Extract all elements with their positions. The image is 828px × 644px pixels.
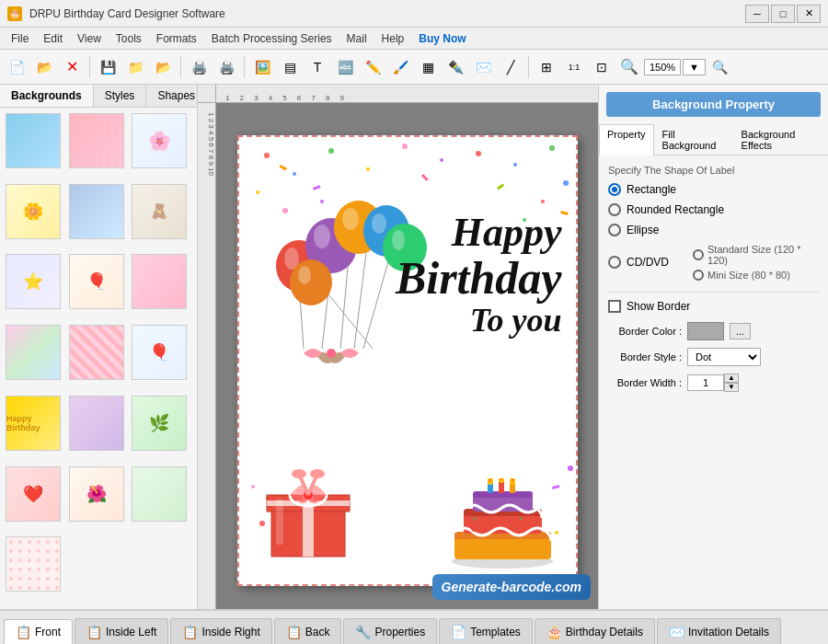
- border-color-browse-button[interactable]: ...: [730, 323, 751, 339]
- actual-size-button[interactable]: 1:1: [561, 54, 587, 80]
- app-icon: 🎂: [7, 6, 22, 21]
- menu-buynow[interactable]: Buy Now: [411, 30, 473, 47]
- radio-ellipse[interactable]: [608, 224, 621, 236]
- radio-standard-size[interactable]: [693, 249, 704, 260]
- folder-button[interactable]: 📂: [150, 54, 176, 80]
- bg-thumb-1[interactable]: [6, 113, 61, 168]
- canvas-area[interactable]: 1 2 3 4 5 6 7 8 9 1 2 3 4 5 6 7 8 9 10: [198, 85, 598, 609]
- tab-front[interactable]: 📋 Front: [4, 619, 73, 644]
- tab-backgrounds[interactable]: Backgrounds: [0, 85, 94, 107]
- save-button[interactable]: 💾: [95, 54, 121, 80]
- border-style-select[interactable]: Dot Solid Dash DashDot: [687, 348, 761, 366]
- tab-fill-background[interactable]: Fill Background: [654, 124, 733, 155]
- bg-thumb-19[interactable]: [6, 536, 61, 592]
- bg-thumb-5[interactable]: [69, 184, 124, 239]
- tab-invitation-details[interactable]: ✉️ Invitation Details: [657, 618, 781, 644]
- text2-button[interactable]: 🔤: [332, 54, 358, 80]
- menu-batch[interactable]: Batch Processing Series: [204, 30, 339, 47]
- radio-mini-size[interactable]: [693, 270, 704, 281]
- barcode-button[interactable]: ▤: [277, 54, 303, 80]
- bg-thumb-7[interactable]: ⭐: [6, 254, 61, 309]
- back-tab-label: Back: [305, 626, 330, 638]
- spinner-down[interactable]: ▼: [724, 383, 739, 392]
- tab-inside-right[interactable]: 📋 Inside Right: [170, 618, 271, 644]
- tab-inside-left[interactable]: 📋 Inside Left: [75, 618, 168, 644]
- bg-thumb-6[interactable]: 🧸: [132, 184, 187, 239]
- zoom-out-button[interactable]: 🔍: [707, 54, 733, 80]
- bg-thumb-2[interactable]: [69, 113, 124, 168]
- bg-thumb-14[interactable]: [69, 396, 124, 451]
- bg-thumb-10[interactable]: [6, 325, 61, 380]
- svg-point-13: [541, 200, 545, 203]
- print2-button[interactable]: 🖨️: [213, 54, 239, 80]
- grid-button[interactable]: ⊞: [534, 54, 559, 80]
- checkbox-show-border[interactable]: [608, 300, 621, 313]
- radio-rectangle[interactable]: [608, 183, 621, 196]
- tab-background-effects[interactable]: Background Effects: [733, 124, 828, 155]
- tab-templates[interactable]: 📄 Templates: [439, 618, 533, 644]
- bottom-tab-bar: 📋 Front 📋 Inside Left 📋 Inside Right 📋 B…: [0, 609, 828, 644]
- tab-birthday-details[interactable]: 🎂 Birthday Details: [535, 618, 655, 644]
- bg-thumb-12[interactable]: 🎈: [132, 325, 187, 380]
- zoom-in-button[interactable]: 🔍: [616, 54, 642, 80]
- bg-thumb-3[interactable]: 🌸: [132, 113, 187, 168]
- svg-point-77: [470, 521, 479, 532]
- bg-thumb-15[interactable]: 🌿: [132, 396, 187, 451]
- menu-tools[interactable]: Tools: [109, 30, 149, 47]
- border-style-row: Border Style : Dot Solid Dash DashDot: [608, 348, 819, 366]
- tab-back[interactable]: 📋 Back: [274, 618, 342, 644]
- qr-button[interactable]: ▦: [415, 54, 441, 80]
- border-width-input[interactable]: [687, 374, 724, 391]
- menu-mail[interactable]: Mail: [339, 30, 374, 47]
- zoom-dropdown[interactable]: ▼: [683, 59, 706, 75]
- ruler-top: 1 2 3 4 5 6 7 8 9: [216, 85, 598, 103]
- pen-button[interactable]: ✏️: [360, 54, 385, 80]
- brush-button[interactable]: 🖌️: [387, 54, 413, 80]
- label-show-border: Show Border: [627, 300, 690, 313]
- bg-thumb-11[interactable]: [69, 325, 124, 380]
- radio-row-rectangle: Rectangle: [608, 183, 819, 196]
- svg-line-33: [363, 252, 391, 349]
- close-doc-button[interactable]: ✕: [59, 54, 85, 80]
- border-color-row: Border Color : ...: [608, 322, 819, 340]
- new-button[interactable]: 📄: [4, 54, 29, 80]
- svg-point-45: [290, 259, 332, 305]
- signature-button[interactable]: ✒️: [443, 54, 468, 80]
- maximize-button[interactable]: □: [771, 5, 795, 23]
- tab-property[interactable]: Property: [599, 124, 654, 155]
- spinner-up[interactable]: ▲: [724, 374, 739, 383]
- menu-help[interactable]: Help: [374, 30, 412, 47]
- bg-thumb-13[interactable]: Happy Birthday: [6, 396, 61, 451]
- open-button[interactable]: 📂: [31, 54, 57, 80]
- menu-edit[interactable]: Edit: [36, 30, 70, 47]
- bg-thumb-8[interactable]: 🎈: [69, 254, 124, 309]
- image-button[interactable]: 🖼️: [249, 54, 275, 80]
- cd-size-options: Standard Size (120 * 120) Mini Size (80 …: [693, 244, 819, 281]
- bg-thumb-18[interactable]: [132, 466, 187, 522]
- inside-left-tab-label: Inside Left: [106, 626, 156, 638]
- tab-properties[interactable]: 🔧 Properties: [343, 618, 437, 644]
- menu-view[interactable]: View: [70, 30, 109, 47]
- inside-left-tab-icon: 📋: [86, 625, 102, 639]
- bg-thumb-16[interactable]: ❤️: [6, 466, 61, 522]
- border-width-row: Border Width : ▲ ▼: [608, 374, 819, 392]
- radio-row-cddvd: CD/DVD Standard Size (120 * 120) Mini Si…: [608, 244, 819, 281]
- close-button[interactable]: ✕: [797, 5, 821, 23]
- svg-point-14: [563, 180, 569, 186]
- text-button[interactable]: T: [305, 54, 330, 80]
- bg-thumb-9[interactable]: [132, 254, 187, 309]
- fit-button[interactable]: ⊡: [589, 54, 615, 80]
- menu-file[interactable]: File: [4, 30, 36, 47]
- save-as-button[interactable]: 📁: [122, 54, 148, 80]
- radio-rounded-rectangle[interactable]: [608, 203, 621, 216]
- line-button[interactable]: ╱: [498, 54, 523, 80]
- menu-formats[interactable]: Formats: [149, 30, 204, 47]
- bg-thumb-4[interactable]: 🌼: [6, 184, 61, 239]
- print-button[interactable]: 🖨️: [186, 54, 212, 80]
- tab-styles[interactable]: Styles: [94, 85, 147, 107]
- radio-cddvd[interactable]: [608, 256, 621, 269]
- border-color-swatch[interactable]: [687, 322, 724, 340]
- bg-thumb-17[interactable]: 🌺: [69, 466, 124, 522]
- minimize-button[interactable]: ─: [745, 5, 769, 23]
- email-button[interactable]: ✉️: [470, 54, 496, 80]
